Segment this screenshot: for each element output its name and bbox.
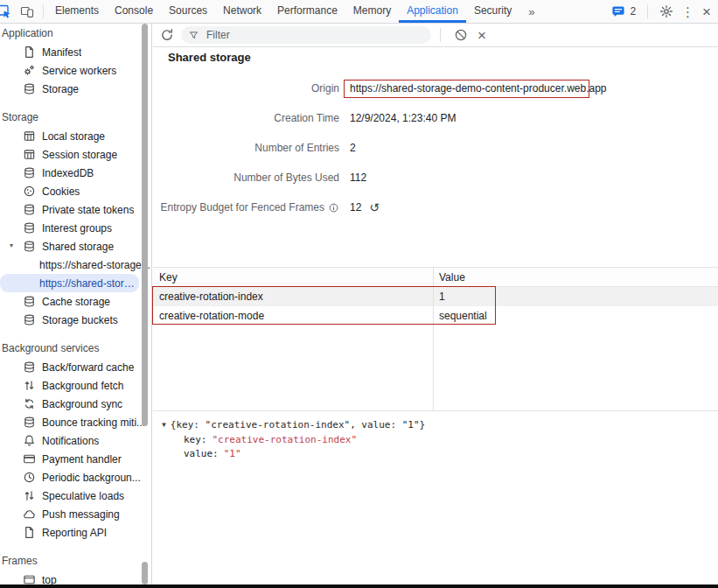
toolbar-divider	[440, 28, 441, 42]
sidebar-item-background-fetch[interactable]: Background fetch	[0, 376, 151, 395]
clock-icon	[23, 471, 36, 484]
table-icon	[23, 148, 36, 161]
tab-security[interactable]: Security	[466, 0, 519, 23]
origin-value: https://shared-storage-demo-content-prod…	[350, 82, 607, 94]
row-key: creative-rotation-mode	[153, 310, 433, 322]
tab-console[interactable]: Console	[107, 0, 161, 23]
entropy-budget-number: 12	[350, 201, 361, 214]
more-tabs-button[interactable]: »	[519, 0, 543, 23]
sidebar-item-payment-handler[interactable]: Payment handler	[0, 450, 151, 468]
block-icon[interactable]	[454, 28, 468, 42]
metadata-row-bytes-used: Number of Bytes Used 112	[153, 163, 718, 192]
sidebar-item-indexeddb[interactable]: IndexedDB	[0, 164, 151, 182]
sidebar-item-bounce-tracking-mitigations[interactable]: Bounce tracking miti...	[0, 413, 151, 431]
column-header-key[interactable]: Key	[153, 271, 433, 284]
sidebar-item-speculative-loads[interactable]: Speculative loads	[0, 486, 151, 505]
sidebar-item-local-storage[interactable]: Local storage	[0, 127, 151, 145]
sidebar-item-notifications[interactable]: Notifications	[0, 431, 151, 450]
close-devtools-icon[interactable]: ×	[702, 4, 711, 19]
database-icon	[23, 166, 36, 179]
database-icon	[23, 416, 36, 429]
sidebar-scrollbar[interactable]	[142, 24, 148, 426]
refresh-icon[interactable]	[160, 28, 174, 42]
sidebar-item-background-sync[interactable]: Background sync	[0, 395, 151, 413]
filter-input[interactable]	[205, 28, 424, 42]
devtools-tabbar: Elements Console Sources Network Perform…	[0, 0, 718, 24]
sidebar-item-back-forward-cache[interactable]: Back/forward cache	[0, 358, 151, 376]
database-icon	[23, 203, 36, 216]
database-icon	[23, 221, 36, 234]
file-icon	[23, 526, 36, 539]
sidebar-item-cookies[interactable]: Cookies	[0, 182, 151, 200]
metadata-label: Number of Entries	[153, 142, 339, 154]
sidebar-item-storage-buckets[interactable]: Storage buckets	[0, 311, 151, 329]
column-resize-handle[interactable]	[433, 268, 434, 410]
page-title: Shared storage	[168, 51, 251, 64]
entry-preview-pane: ▼ {key: "creative-rotation-index", value…	[153, 411, 718, 584]
sidebar-section-frames: Frames	[0, 552, 151, 570]
tab-memory[interactable]: Memory	[345, 0, 399, 23]
tab-sources[interactable]: Sources	[161, 0, 215, 23]
tab-application[interactable]: Application	[399, 0, 466, 23]
table-row[interactable]: creative-rotation-index 1	[153, 287, 718, 306]
disclosure-triangle-icon[interactable]: ▼	[162, 418, 166, 432]
sidebar-item-top-frame[interactable]: top	[0, 570, 151, 584]
database-icon	[23, 82, 36, 95]
database-icon	[23, 295, 36, 308]
sidebar-item-shared-storage-origin-2[interactable]: https://shared-storage...	[0, 274, 139, 292]
table-row[interactable]: creative-rotation-mode sequential	[153, 306, 718, 326]
sync-icon	[23, 397, 36, 410]
tab-network[interactable]: Network	[215, 0, 269, 23]
sidebar-item-reporting-api[interactable]: Reporting API	[0, 523, 151, 542]
tabbar-right-icons: 2 ⋮ ×	[611, 0, 718, 23]
database-icon	[23, 360, 36, 374]
table-icon	[23, 130, 36, 143]
devtools-window: Elements Console Sources Network Perform…	[0, 0, 718, 588]
column-header-value[interactable]: Value	[433, 271, 718, 284]
metadata-label: Number of Bytes Used	[153, 172, 339, 184]
sidebar-item-session-storage[interactable]: Session storage	[0, 145, 151, 164]
bell-icon	[23, 434, 36, 447]
sidebar-item-private-state-tokens[interactable]: Private state tokens	[0, 200, 151, 219]
info-icon[interactable]	[328, 202, 339, 214]
grid-header-row: Key Value	[153, 268, 718, 287]
bytes-used-value: 112	[350, 172, 366, 184]
file-icon	[23, 46, 36, 59]
row-key: creative-rotation-index	[153, 290, 433, 303]
sidebar-item-shared-storage[interactable]: ▾ Shared storage	[0, 237, 151, 256]
toolbar-divider	[43, 4, 44, 18]
sidebar-item-storage[interactable]: Storage	[0, 80, 151, 98]
window-bottom-edge	[0, 584, 718, 588]
expand-arrow-icon[interactable]: ▾	[10, 242, 13, 249]
metadata-label: Creation Time	[153, 112, 339, 124]
sidebar-item-shared-storage-origin-1[interactable]: https://shared-storage...	[0, 256, 151, 274]
sidebar-item-service-workers[interactable]: Service workers	[0, 61, 151, 80]
kebab-menu-icon[interactable]: ⋮	[681, 5, 694, 18]
sidebar-item-push-messaging[interactable]: Push messaging	[0, 505, 151, 523]
object-summary: {key: "creative-rotation-index", value: …	[171, 418, 425, 432]
settings-gear-icon[interactable]	[659, 4, 673, 18]
up-down-arrows-icon	[23, 379, 36, 392]
issues-button[interactable]: 2	[611, 4, 636, 18]
cookie-icon	[23, 185, 36, 198]
sidebar-item-cache-storage[interactable]: Cache storage	[0, 292, 151, 311]
reset-budget-icon[interactable]: ↺	[369, 201, 380, 214]
shared-storage-panel: × Shared storage Origin https://shared-s…	[153, 24, 718, 584]
sidebar-item-interest-groups[interactable]: Interest groups	[0, 219, 151, 237]
frame-icon	[23, 573, 36, 584]
delete-selected-icon[interactable]: ×	[478, 28, 486, 43]
preview-property-key: key:"creative-rotation-index"	[162, 433, 718, 447]
tab-performance[interactable]: Performance	[269, 0, 345, 23]
application-sidebar: Application Manifest Service workers Sto…	[0, 24, 152, 584]
entropy-budget-value: 12 ↺	[350, 201, 380, 214]
service-worker-icon	[23, 64, 36, 77]
sidebar-scrollbar-lower[interactable]	[142, 562, 148, 584]
sidebar-item-periodic-background-sync[interactable]: Periodic backgroun...	[0, 468, 151, 486]
sidebar-item-manifest[interactable]: Manifest	[0, 43, 151, 61]
inspect-icon[interactable]	[0, 4, 15, 18]
device-toolbar-icon[interactable]	[15, 4, 39, 18]
panel-toolbar: ×	[153, 24, 718, 47]
tab-elements[interactable]: Elements	[47, 0, 107, 23]
sidebar-section-application: Application	[0, 24, 151, 43]
preview-object-summary-line: ▼ {key: "creative-rotation-index", value…	[162, 418, 718, 433]
